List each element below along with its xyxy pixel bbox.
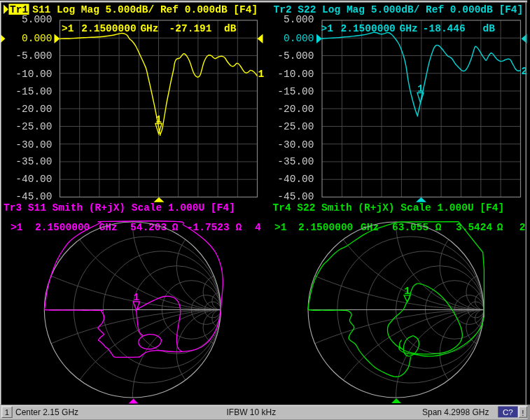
svg-text:IFBW 10 kHz: IFBW 10 kHz — [227, 407, 277, 417]
svg-text:-30.00: -30.00 — [15, 139, 52, 150]
svg-text:1: 1 — [404, 286, 410, 297]
svg-text:>1: >1 — [321, 23, 334, 34]
svg-text:-40.00: -40.00 — [15, 174, 52, 185]
svg-text:1: 1 — [417, 83, 424, 94]
svg-text:-45.00: -45.00 — [277, 191, 314, 202]
svg-text:-15.00: -15.00 — [15, 86, 52, 97]
svg-text:GHz: GHz — [140, 23, 158, 34]
svg-text:-40.00: -40.00 — [277, 174, 314, 185]
svg-text:0.000: 0.000 — [284, 33, 314, 44]
svg-text:-5.000: -5.000 — [277, 50, 314, 62]
svg-text:-27.191: -27.191 — [169, 23, 212, 34]
svg-text:-45.00: -45.00 — [15, 191, 52, 202]
svg-text:S11 Log Mag 5.000dB/ Ref 0.000: S11 Log Mag 5.000dB/ Ref 0.000dB [F4] — [32, 4, 258, 15]
svg-text:-25.00: -25.00 — [277, 121, 314, 132]
svg-text:63.055: 63.055 — [392, 222, 428, 233]
svg-text:2.1500000: 2.1500000 — [298, 222, 353, 233]
svg-text:-10.00: -10.00 — [277, 69, 314, 80]
svg-text:4: 4 — [255, 222, 261, 233]
svg-text:-25.00: -25.00 — [15, 121, 52, 132]
svg-text:-30.00: -30.00 — [277, 139, 314, 150]
svg-text:>1: >1 — [62, 23, 74, 34]
svg-text:Tr1: Tr1 — [10, 4, 28, 15]
svg-text:Tr3 S11 Smith (R+jX) Scale 1.0: Tr3 S11 Smith (R+jX) Scale 1.000U [F4] — [4, 202, 235, 214]
svg-text:0.000: 0.000 — [22, 33, 53, 44]
svg-text:C?: C? — [503, 408, 513, 416]
svg-text:!: ! — [522, 409, 524, 417]
svg-text:>1: >1 — [274, 222, 287, 233]
svg-text:-5.000: -5.000 — [15, 50, 52, 62]
svg-text:1: 1 — [258, 69, 265, 80]
svg-text:3.5424: 3.5424 — [456, 222, 493, 233]
svg-text:1: 1 — [5, 408, 9, 416]
svg-text:Center 2.15 GHz: Center 2.15 GHz — [15, 407, 78, 417]
svg-text:Tr2 S22 Log Mag 5.000dB/ Ref 0: Tr2 S22 Log Mag 5.000dB/ Ref 0.000dB [F4… — [274, 4, 524, 15]
svg-text:Ω: Ω — [235, 222, 242, 233]
svg-text:1: 1 — [134, 292, 140, 303]
svg-text:2.1500000: 2.1500000 — [81, 23, 136, 34]
svg-text:>1: >1 — [11, 222, 23, 233]
svg-text:1: 1 — [155, 114, 162, 125]
svg-text:-10.00: -10.00 — [15, 69, 52, 80]
svg-text:2.1500000: 2.1500000 — [35, 222, 90, 233]
svg-text:dB: dB — [224, 23, 237, 34]
svg-text:2: 2 — [519, 222, 526, 233]
svg-text:-15.00: -15.00 — [277, 86, 314, 97]
svg-text:-18.446: -18.446 — [423, 23, 466, 34]
svg-text:Ω: Ω — [497, 222, 503, 233]
svg-text:GHz: GHz — [400, 23, 418, 34]
svg-text:-20.00: -20.00 — [277, 104, 314, 115]
svg-text:Span 4.2998 GHz: Span 4.2998 GHz — [422, 407, 489, 417]
svg-text:-35.00: -35.00 — [15, 156, 52, 167]
svg-text:-20.00: -20.00 — [15, 104, 52, 115]
svg-text:dB: dB — [483, 23, 496, 34]
svg-text:-35.00: -35.00 — [277, 156, 314, 167]
svg-text:Tr4 S22 Smith (R+jX) Scale 1.0: Tr4 S22 Smith (R+jX) Scale 1.000U [F4] — [273, 202, 505, 214]
